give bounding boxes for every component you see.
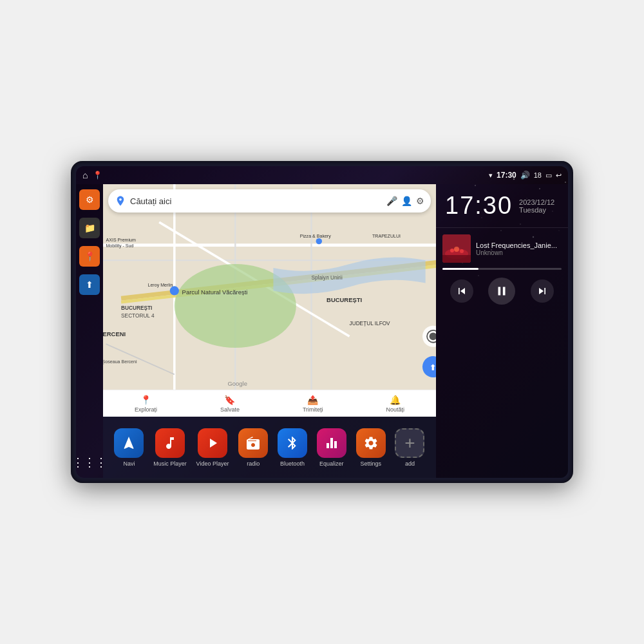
album-art bbox=[442, 234, 471, 263]
svg-text:AXIS Premium: AXIS Premium bbox=[106, 238, 136, 243]
svg-text:Mobility - Sud: Mobility - Sud bbox=[106, 243, 133, 249]
music-player-label: Music Player bbox=[153, 460, 187, 467]
radio-label: radio bbox=[247, 460, 260, 467]
map-container[interactable]: Parcul Natural Văcărești Splaiул Unirii … bbox=[103, 184, 436, 390]
clock-day-value: Tuesday bbox=[519, 206, 554, 214]
svg-text:Google: Google bbox=[228, 380, 247, 387]
pause-button[interactable] bbox=[488, 278, 515, 305]
radio-icon bbox=[238, 428, 268, 458]
sidebar-settings-btn[interactable]: ⚙ bbox=[79, 189, 100, 210]
right-panel: 17:30 2023/12/12 Tuesday bbox=[436, 184, 568, 478]
music-progress-bar[interactable] bbox=[442, 268, 562, 270]
svg-text:BERCENI: BERCENI bbox=[103, 330, 126, 337]
app-music-player[interactable]: Music Player bbox=[153, 428, 187, 467]
app-add[interactable]: + add bbox=[395, 428, 424, 467]
screen: ⌂ 📍 ▾ 17:30 🔊 18 ▭ ↩ ⚙ 📁 bbox=[76, 166, 568, 478]
contribute-label: Trimiteți bbox=[303, 406, 323, 413]
settings-icon: ⚙ bbox=[86, 194, 94, 205]
center-area: Parcul Natural Văcărești Splaiул Unirii … bbox=[103, 184, 436, 478]
video-player-icon bbox=[198, 428, 227, 458]
explore-tab[interactable]: 📍 Explorați bbox=[135, 395, 157, 413]
updates-label: Noutăți bbox=[386, 406, 405, 413]
clock-date: 2023/12/12 Tuesday bbox=[519, 198, 554, 214]
volume-icon: 🔊 bbox=[520, 171, 530, 180]
home-icon: ⌂ bbox=[82, 170, 88, 180]
next-button[interactable] bbox=[531, 279, 554, 303]
svg-rect-52 bbox=[442, 255, 471, 263]
wifi-icon: ▾ bbox=[489, 171, 493, 180]
explore-icon: 📍 bbox=[140, 395, 151, 405]
bluetooth-icon bbox=[278, 428, 307, 458]
add-icon: + bbox=[395, 428, 424, 458]
svg-text:BUCUREȘTI: BUCUREȘTI bbox=[121, 305, 152, 311]
saved-tab[interactable]: 🔖 Salvate bbox=[220, 395, 240, 413]
sidebar-files-btn[interactable]: 📁 bbox=[79, 218, 100, 238]
map-pin-icon: 📍 bbox=[84, 251, 95, 261]
car-head-unit: ⌂ 📍 ▾ 17:30 🔊 18 ▭ ↩ ⚙ 📁 bbox=[71, 161, 573, 483]
maps-status-icon: 📍 bbox=[93, 171, 102, 180]
app-grid: Navi Music Player bbox=[103, 417, 436, 478]
song-artist: Unknown bbox=[476, 249, 562, 256]
settings-app-label: Settings bbox=[360, 460, 381, 467]
add-label: add bbox=[405, 460, 415, 467]
app-equalizer[interactable]: Equalizer bbox=[317, 428, 346, 467]
signal-number: 18 bbox=[534, 171, 542, 179]
app-video-player[interactable]: Video Player bbox=[196, 428, 229, 467]
settings-app-icon bbox=[356, 428, 386, 458]
svg-text:JUDEȚUL ILFOV: JUDEȚUL ILFOV bbox=[350, 321, 391, 327]
mic-icon[interactable]: 🎤 bbox=[386, 196, 397, 206]
svg-point-51 bbox=[460, 249, 464, 253]
app-radio[interactable]: radio bbox=[238, 428, 268, 467]
app-bluetooth[interactable]: Bluetooth bbox=[278, 428, 307, 467]
status-right-icons: ▾ 17:30 🔊 18 ▭ ↩ bbox=[489, 171, 562, 180]
music-player-icon bbox=[155, 428, 185, 458]
svg-text:TRAPEZULUI: TRAPEZULUI bbox=[372, 234, 401, 239]
navi-icon bbox=[114, 428, 144, 458]
music-controls bbox=[442, 275, 562, 307]
svg-text:Șoseaua Berceni: Șoseaua Berceni bbox=[103, 359, 137, 365]
nav-arrow-icon: ⬆ bbox=[86, 279, 93, 290]
map-search-text: Căutați aici bbox=[130, 196, 383, 206]
song-title: Lost Frequencies_Janie... bbox=[476, 242, 562, 249]
svg-text:BUCUREȘTI: BUCUREȘTI bbox=[327, 296, 362, 303]
google-maps-logo-icon bbox=[115, 195, 126, 207]
saved-label: Salvate bbox=[220, 406, 240, 413]
sidebar-bottom: ⋮⋮⋮ bbox=[79, 452, 100, 473]
contribute-icon: 📤 bbox=[307, 395, 318, 405]
svg-point-50 bbox=[454, 247, 459, 252]
svg-text:SECTORUL 4: SECTORUL 4 bbox=[121, 313, 155, 319]
svg-text:Pizza & Bakery: Pizza & Bakery bbox=[300, 234, 331, 239]
status-time: 17:30 bbox=[497, 171, 516, 180]
map-search-bar[interactable]: Căutați aici 🎤 👤 ⚙ bbox=[108, 189, 431, 213]
clock-time: 17:30 bbox=[445, 192, 513, 220]
updates-icon: 🔔 bbox=[390, 395, 401, 405]
map-bottom-bar: 📍 Explorați 🔖 Salvate 📤 Trimiteți 🔔 Nout… bbox=[103, 390, 436, 417]
equalizer-label: Equalizer bbox=[319, 460, 344, 467]
svg-point-39 bbox=[316, 238, 322, 244]
back-icon: ↩ bbox=[556, 171, 562, 180]
prev-button[interactable] bbox=[450, 279, 473, 303]
video-player-label: Video Player bbox=[196, 460, 229, 467]
svg-text:⬆: ⬆ bbox=[430, 363, 436, 372]
folder-icon: 📁 bbox=[84, 223, 95, 233]
song-details: Lost Frequencies_Janie... Unknown bbox=[476, 242, 562, 256]
updates-tab[interactable]: 🔔 Noutăți bbox=[386, 395, 405, 413]
equalizer-icon bbox=[317, 428, 346, 458]
clock-date-value: 2023/12/12 bbox=[519, 198, 554, 206]
app-navi[interactable]: Navi bbox=[114, 428, 144, 467]
svg-text:Leroy Merlin: Leroy Merlin bbox=[147, 283, 173, 289]
layers-icon[interactable]: ⚙ bbox=[416, 196, 424, 206]
status-bar: ⌂ 📍 ▾ 17:30 🔊 18 ▭ ↩ bbox=[76, 166, 568, 184]
navi-label: Navi bbox=[123, 460, 135, 467]
music-section: Lost Frequencies_Janie... Unknown bbox=[436, 228, 568, 478]
sidebar-maps-btn[interactable]: 📍 bbox=[79, 246, 100, 267]
account-icon[interactable]: 👤 bbox=[401, 196, 412, 206]
grid-menu-btn[interactable]: ⋮⋮⋮ bbox=[79, 452, 100, 473]
sidebar-nav-btn[interactable]: ⬆ bbox=[79, 274, 100, 295]
sidebar: ⚙ 📁 📍 ⬆ ⋮⋮⋮ bbox=[76, 184, 103, 478]
bluetooth-label: Bluetooth bbox=[280, 460, 305, 467]
app-settings[interactable]: Settings bbox=[356, 428, 386, 467]
contribute-tab[interactable]: 📤 Trimiteți bbox=[303, 395, 323, 413]
clock-section: 17:30 2023/12/12 Tuesday bbox=[436, 184, 568, 228]
music-info: Lost Frequencies_Janie... Unknown bbox=[442, 234, 562, 263]
